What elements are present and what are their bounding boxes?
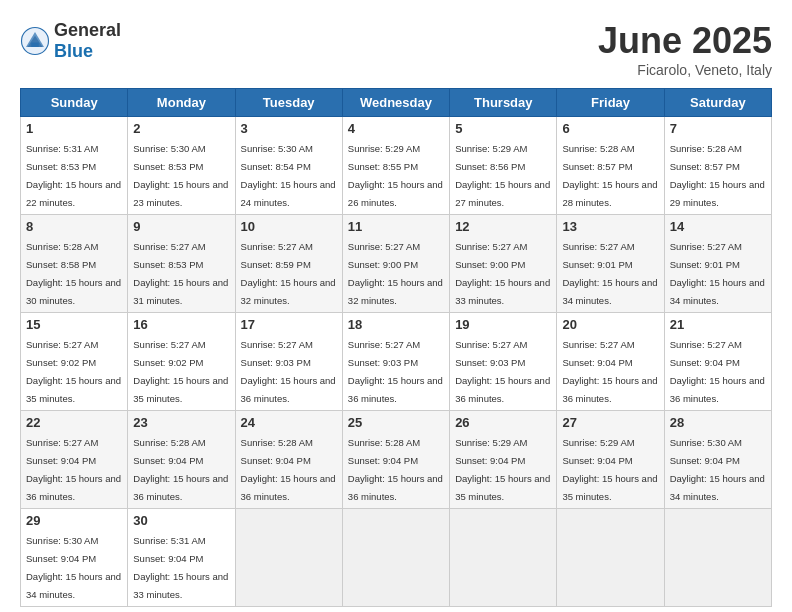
day-number: 22 [26,415,122,430]
calendar-cell: 13Sunrise: 5:27 AMSunset: 9:01 PMDayligh… [557,215,664,313]
calendar-cell: 28Sunrise: 5:30 AMSunset: 9:04 PMDayligh… [664,411,771,509]
day-number: 13 [562,219,658,234]
weekday-header-tuesday: Tuesday [235,89,342,117]
calendar-cell: 12Sunrise: 5:27 AMSunset: 9:00 PMDayligh… [450,215,557,313]
header: General Blue June 2025 Ficarolo, Veneto,… [20,20,772,78]
logo-text: General Blue [54,20,121,62]
day-info: Sunrise: 5:28 AMSunset: 9:04 PMDaylight:… [133,437,228,502]
day-number: 25 [348,415,444,430]
calendar-cell: 9Sunrise: 5:27 AMSunset: 8:53 PMDaylight… [128,215,235,313]
day-info: Sunrise: 5:28 AMSunset: 8:57 PMDaylight:… [562,143,657,208]
day-info: Sunrise: 5:27 AMSunset: 9:00 PMDaylight:… [455,241,550,306]
day-number: 2 [133,121,229,136]
calendar-cell: 7Sunrise: 5:28 AMSunset: 8:57 PMDaylight… [664,117,771,215]
day-info: Sunrise: 5:27 AMSunset: 9:03 PMDaylight:… [455,339,550,404]
calendar-cell: 23Sunrise: 5:28 AMSunset: 9:04 PMDayligh… [128,411,235,509]
title-area: June 2025 Ficarolo, Veneto, Italy [598,20,772,78]
day-number: 12 [455,219,551,234]
day-info: Sunrise: 5:29 AMSunset: 8:55 PMDaylight:… [348,143,443,208]
day-number: 15 [26,317,122,332]
calendar-cell: 11Sunrise: 5:27 AMSunset: 9:00 PMDayligh… [342,215,449,313]
calendar-cell: 3Sunrise: 5:30 AMSunset: 8:54 PMDaylight… [235,117,342,215]
day-number: 14 [670,219,766,234]
day-info: Sunrise: 5:28 AMSunset: 9:04 PMDaylight:… [241,437,336,502]
calendar-cell: 29Sunrise: 5:30 AMSunset: 9:04 PMDayligh… [21,509,128,607]
calendar-table: SundayMondayTuesdayWednesdayThursdayFrid… [20,88,772,607]
calendar-body: 1Sunrise: 5:31 AMSunset: 8:53 PMDaylight… [21,117,772,607]
day-number: 29 [26,513,122,528]
day-number: 16 [133,317,229,332]
day-info: Sunrise: 5:27 AMSunset: 9:01 PMDaylight:… [562,241,657,306]
day-number: 24 [241,415,337,430]
day-info: Sunrise: 5:27 AMSunset: 9:01 PMDaylight:… [670,241,765,306]
svg-rect-3 [31,43,39,48]
calendar-subtitle: Ficarolo, Veneto, Italy [598,62,772,78]
day-number: 30 [133,513,229,528]
calendar-cell: 17Sunrise: 5:27 AMSunset: 9:03 PMDayligh… [235,313,342,411]
day-info: Sunrise: 5:27 AMSunset: 9:02 PMDaylight:… [133,339,228,404]
logo: General Blue [20,20,121,62]
calendar-cell: 19Sunrise: 5:27 AMSunset: 9:03 PMDayligh… [450,313,557,411]
weekday-header-wednesday: Wednesday [342,89,449,117]
day-info: Sunrise: 5:27 AMSunset: 8:59 PMDaylight:… [241,241,336,306]
calendar-week-5: 29Sunrise: 5:30 AMSunset: 9:04 PMDayligh… [21,509,772,607]
day-info: Sunrise: 5:28 AMSunset: 8:58 PMDaylight:… [26,241,121,306]
day-number: 8 [26,219,122,234]
day-number: 4 [348,121,444,136]
day-number: 7 [670,121,766,136]
day-number: 9 [133,219,229,234]
calendar-cell: 22Sunrise: 5:27 AMSunset: 9:04 PMDayligh… [21,411,128,509]
logo-icon [20,26,50,56]
weekday-header-sunday: Sunday [21,89,128,117]
day-info: Sunrise: 5:30 AMSunset: 9:04 PMDaylight:… [670,437,765,502]
calendar-title: June 2025 [598,20,772,62]
calendar-cell: 25Sunrise: 5:28 AMSunset: 9:04 PMDayligh… [342,411,449,509]
day-number: 20 [562,317,658,332]
calendar-cell: 30Sunrise: 5:31 AMSunset: 9:04 PMDayligh… [128,509,235,607]
day-number: 5 [455,121,551,136]
calendar-cell [450,509,557,607]
calendar-cell: 16Sunrise: 5:27 AMSunset: 9:02 PMDayligh… [128,313,235,411]
day-info: Sunrise: 5:31 AMSunset: 8:53 PMDaylight:… [26,143,121,208]
day-info: Sunrise: 5:29 AMSunset: 8:56 PMDaylight:… [455,143,550,208]
day-number: 26 [455,415,551,430]
calendar-cell: 21Sunrise: 5:27 AMSunset: 9:04 PMDayligh… [664,313,771,411]
calendar-cell: 2Sunrise: 5:30 AMSunset: 8:53 PMDaylight… [128,117,235,215]
day-number: 11 [348,219,444,234]
day-info: Sunrise: 5:29 AMSunset: 9:04 PMDaylight:… [562,437,657,502]
calendar-cell: 20Sunrise: 5:27 AMSunset: 9:04 PMDayligh… [557,313,664,411]
day-number: 23 [133,415,229,430]
day-info: Sunrise: 5:27 AMSunset: 9:04 PMDaylight:… [26,437,121,502]
day-number: 10 [241,219,337,234]
calendar-week-2: 8Sunrise: 5:28 AMSunset: 8:58 PMDaylight… [21,215,772,313]
calendar-week-3: 15Sunrise: 5:27 AMSunset: 9:02 PMDayligh… [21,313,772,411]
day-info: Sunrise: 5:30 AMSunset: 8:53 PMDaylight:… [133,143,228,208]
calendar-cell: 1Sunrise: 5:31 AMSunset: 8:53 PMDaylight… [21,117,128,215]
day-info: Sunrise: 5:28 AMSunset: 8:57 PMDaylight:… [670,143,765,208]
day-info: Sunrise: 5:27 AMSunset: 9:00 PMDaylight:… [348,241,443,306]
weekday-header-monday: Monday [128,89,235,117]
calendar-cell: 10Sunrise: 5:27 AMSunset: 8:59 PMDayligh… [235,215,342,313]
day-info: Sunrise: 5:27 AMSunset: 9:03 PMDaylight:… [241,339,336,404]
calendar-cell: 14Sunrise: 5:27 AMSunset: 9:01 PMDayligh… [664,215,771,313]
calendar-week-1: 1Sunrise: 5:31 AMSunset: 8:53 PMDaylight… [21,117,772,215]
weekday-header-saturday: Saturday [664,89,771,117]
day-info: Sunrise: 5:29 AMSunset: 9:04 PMDaylight:… [455,437,550,502]
calendar-cell: 26Sunrise: 5:29 AMSunset: 9:04 PMDayligh… [450,411,557,509]
day-info: Sunrise: 5:30 AMSunset: 8:54 PMDaylight:… [241,143,336,208]
day-info: Sunrise: 5:27 AMSunset: 9:02 PMDaylight:… [26,339,121,404]
day-number: 19 [455,317,551,332]
calendar-cell [235,509,342,607]
calendar-cell [342,509,449,607]
day-number: 3 [241,121,337,136]
calendar-cell: 5Sunrise: 5:29 AMSunset: 8:56 PMDaylight… [450,117,557,215]
day-info: Sunrise: 5:27 AMSunset: 9:03 PMDaylight:… [348,339,443,404]
calendar-cell: 8Sunrise: 5:28 AMSunset: 8:58 PMDaylight… [21,215,128,313]
calendar-cell [664,509,771,607]
weekday-header-friday: Friday [557,89,664,117]
day-number: 18 [348,317,444,332]
day-number: 17 [241,317,337,332]
calendar-cell: 18Sunrise: 5:27 AMSunset: 9:03 PMDayligh… [342,313,449,411]
day-number: 27 [562,415,658,430]
calendar-cell: 6Sunrise: 5:28 AMSunset: 8:57 PMDaylight… [557,117,664,215]
